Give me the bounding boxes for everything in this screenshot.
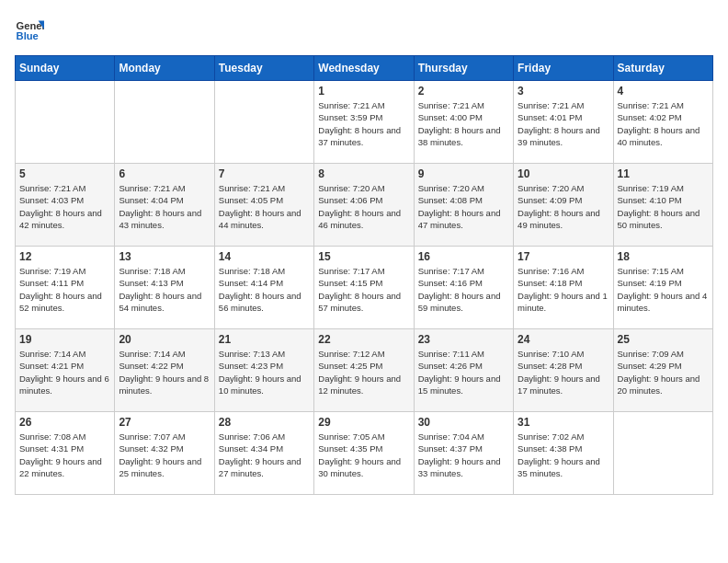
calendar-cell [115,81,214,164]
day-info: Sunrise: 7:08 AM Sunset: 4:31 PM Dayligh… [19,431,110,479]
day-info: Sunrise: 7:15 AM Sunset: 4:19 PM Dayligh… [618,265,709,314]
calendar-cell: 7Sunrise: 7:21 AM Sunset: 4:05 PM Daylig… [214,164,313,247]
day-info: Sunrise: 7:20 AM Sunset: 4:09 PM Dayligh… [518,182,609,231]
day-info: Sunrise: 7:11 AM Sunset: 4:26 PM Dayligh… [418,348,509,396]
day-number: 5 [19,167,110,180]
day-info: Sunrise: 7:14 AM Sunset: 4:22 PM Dayligh… [119,348,210,396]
calendar-table: SundayMondayTuesdayWednesdayThursdayFrid… [15,55,713,495]
day-info: Sunrise: 7:18 AM Sunset: 4:14 PM Dayligh… [219,265,310,314]
week-row-2: 12Sunrise: 7:19 AM Sunset: 4:11 PM Dayli… [16,247,713,329]
day-number: 4 [618,85,709,98]
calendar-cell: 15Sunrise: 7:17 AM Sunset: 4:15 PM Dayli… [314,247,414,329]
day-info: Sunrise: 7:10 AM Sunset: 4:28 PM Dayligh… [518,348,609,396]
day-info: Sunrise: 7:20 AM Sunset: 4:06 PM Dayligh… [318,182,409,231]
day-info: Sunrise: 7:21 AM Sunset: 4:00 PM Dayligh… [418,99,509,148]
day-number: 9 [418,167,509,180]
calendar-cell: 25Sunrise: 7:09 AM Sunset: 4:29 PM Dayli… [613,329,712,412]
day-info: Sunrise: 7:20 AM Sunset: 4:08 PM Dayligh… [418,182,509,231]
weekday-header-thursday: Thursday [414,56,513,81]
calendar-cell: 17Sunrise: 7:16 AM Sunset: 4:18 PM Dayli… [514,247,613,329]
day-number: 27 [119,416,210,429]
calendar-cell: 31Sunrise: 7:02 AM Sunset: 4:38 PM Dayli… [514,412,613,495]
day-number: 16 [418,250,509,263]
day-number: 31 [518,416,609,429]
calendar-cell: 2Sunrise: 7:21 AM Sunset: 4:00 PM Daylig… [414,81,513,164]
day-number: 1 [318,85,409,98]
calendar-cell [16,81,115,164]
day-info: Sunrise: 7:16 AM Sunset: 4:18 PM Dayligh… [518,265,609,314]
weekday-header-friday: Friday [514,56,613,81]
day-number: 28 [219,416,310,429]
calendar-cell [613,412,712,495]
day-info: Sunrise: 7:18 AM Sunset: 4:13 PM Dayligh… [119,265,210,314]
day-info: Sunrise: 7:02 AM Sunset: 4:38 PM Dayligh… [518,431,609,479]
day-info: Sunrise: 7:05 AM Sunset: 4:35 PM Dayligh… [318,431,409,479]
day-number: 23 [418,333,509,346]
day-info: Sunrise: 7:07 AM Sunset: 4:32 PM Dayligh… [119,431,210,479]
logo-icon: General Blue [15,15,44,44]
calendar-cell: 19Sunrise: 7:14 AM Sunset: 4:21 PM Dayli… [16,329,115,412]
week-row-0: 1Sunrise: 7:21 AM Sunset: 3:59 PM Daylig… [16,81,713,164]
day-info: Sunrise: 7:21 AM Sunset: 4:01 PM Dayligh… [518,99,609,148]
calendar-cell: 12Sunrise: 7:19 AM Sunset: 4:11 PM Dayli… [16,247,115,329]
day-number: 6 [119,167,210,180]
weekday-header-tuesday: Tuesday [214,56,313,81]
day-number: 17 [518,250,609,263]
weekday-header-wednesday: Wednesday [314,56,414,81]
day-info: Sunrise: 7:14 AM Sunset: 4:21 PM Dayligh… [19,348,110,396]
day-info: Sunrise: 7:04 AM Sunset: 4:37 PM Dayligh… [418,431,509,479]
logo: General Blue [15,15,44,44]
calendar-cell: 30Sunrise: 7:04 AM Sunset: 4:37 PM Dayli… [414,412,513,495]
day-info: Sunrise: 7:19 AM Sunset: 4:11 PM Dayligh… [19,265,110,314]
day-info: Sunrise: 7:17 AM Sunset: 4:15 PM Dayligh… [318,265,409,314]
day-number: 12 [19,250,110,263]
weekday-header-monday: Monday [115,56,214,81]
day-number: 24 [518,333,609,346]
calendar-cell: 20Sunrise: 7:14 AM Sunset: 4:22 PM Dayli… [115,329,214,412]
calendar-cell: 21Sunrise: 7:13 AM Sunset: 4:23 PM Dayli… [214,329,313,412]
day-number: 10 [518,167,609,180]
day-number: 25 [618,333,709,346]
day-number: 22 [318,333,409,346]
calendar-cell: 24Sunrise: 7:10 AM Sunset: 4:28 PM Dayli… [514,329,613,412]
calendar-cell: 6Sunrise: 7:21 AM Sunset: 4:04 PM Daylig… [115,164,214,247]
day-info: Sunrise: 7:21 AM Sunset: 4:04 PM Dayligh… [119,182,210,231]
week-row-4: 26Sunrise: 7:08 AM Sunset: 4:31 PM Dayli… [16,412,713,495]
calendar-cell: 23Sunrise: 7:11 AM Sunset: 4:26 PM Dayli… [414,329,513,412]
day-info: Sunrise: 7:13 AM Sunset: 4:23 PM Dayligh… [219,348,310,396]
day-number: 11 [618,167,709,180]
calendar-cell: 14Sunrise: 7:18 AM Sunset: 4:14 PM Dayli… [214,247,313,329]
calendar-cell: 8Sunrise: 7:20 AM Sunset: 4:06 PM Daylig… [314,164,414,247]
calendar-cell: 4Sunrise: 7:21 AM Sunset: 4:02 PM Daylig… [613,81,712,164]
week-row-3: 19Sunrise: 7:14 AM Sunset: 4:21 PM Dayli… [16,329,713,412]
day-number: 15 [318,250,409,263]
day-number: 18 [618,250,709,263]
day-number: 8 [318,167,409,180]
weekday-header-sunday: Sunday [16,56,115,81]
day-number: 20 [119,333,210,346]
day-number: 14 [219,250,310,263]
calendar-cell: 1Sunrise: 7:21 AM Sunset: 3:59 PM Daylig… [314,81,414,164]
day-number: 21 [219,333,310,346]
calendar-cell [214,81,313,164]
day-number: 3 [518,85,609,98]
day-info: Sunrise: 7:06 AM Sunset: 4:34 PM Dayligh… [219,431,310,479]
calendar-cell: 26Sunrise: 7:08 AM Sunset: 4:31 PM Dayli… [16,412,115,495]
day-info: Sunrise: 7:21 AM Sunset: 3:59 PM Dayligh… [318,99,409,148]
calendar-cell: 10Sunrise: 7:20 AM Sunset: 4:09 PM Dayli… [514,164,613,247]
day-info: Sunrise: 7:19 AM Sunset: 4:10 PM Dayligh… [618,182,709,231]
weekday-header-row: SundayMondayTuesdayWednesdayThursdayFrid… [16,56,713,81]
day-info: Sunrise: 7:09 AM Sunset: 4:29 PM Dayligh… [618,348,709,396]
day-info: Sunrise: 7:17 AM Sunset: 4:16 PM Dayligh… [418,265,509,314]
day-number: 2 [418,85,509,98]
calendar-cell: 3Sunrise: 7:21 AM Sunset: 4:01 PM Daylig… [514,81,613,164]
day-number: 30 [418,416,509,429]
day-info: Sunrise: 7:21 AM Sunset: 4:02 PM Dayligh… [618,99,709,148]
day-number: 13 [119,250,210,263]
calendar-cell: 11Sunrise: 7:19 AM Sunset: 4:10 PM Dayli… [613,164,712,247]
day-number: 7 [219,167,310,180]
calendar-cell: 18Sunrise: 7:15 AM Sunset: 4:19 PM Dayli… [613,247,712,329]
header: General Blue [15,15,713,44]
day-info: Sunrise: 7:21 AM Sunset: 4:03 PM Dayligh… [19,182,110,231]
calendar-cell: 22Sunrise: 7:12 AM Sunset: 4:25 PM Dayli… [314,329,414,412]
